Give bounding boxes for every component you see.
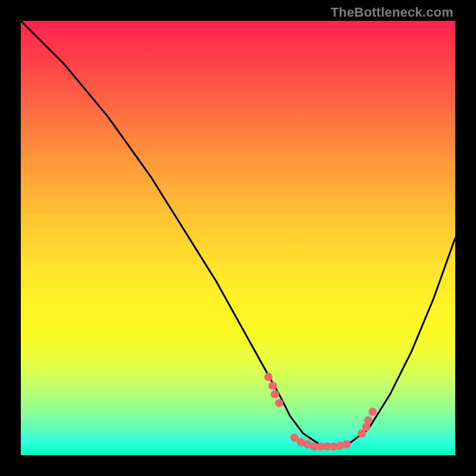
marker-dot [364, 416, 372, 425]
watermark-text: TheBottleneck.com [331, 5, 453, 20]
marker-dot [275, 399, 283, 407]
marker-dot [368, 408, 377, 416]
marker-dot [268, 381, 277, 390]
bottleneck-curve [21, 21, 455, 446]
plot-area [21, 21, 455, 455]
marker-dot [343, 440, 351, 449]
chart-container: TheBottleneck.com [0, 0, 476, 476]
marker-dot [264, 373, 273, 381]
chart-svg [21, 21, 455, 455]
marker-dot [271, 390, 279, 399]
marker-dots [264, 373, 377, 451]
